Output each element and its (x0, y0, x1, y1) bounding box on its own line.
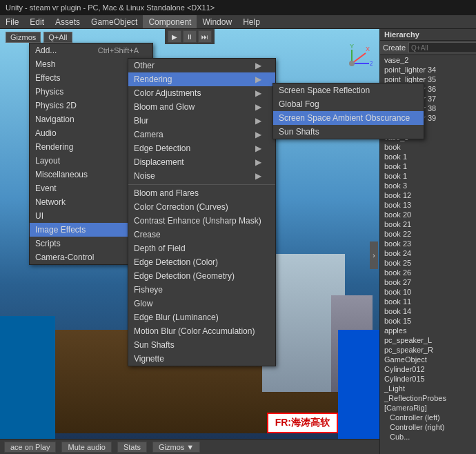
hierarchy-item[interactable]: book 1 (380, 152, 476, 161)
play-controls: ▶ ⏸ ⏭ (165, 29, 215, 44)
component-menu-item[interactable]: Add...Ctrl+Shift+A (30, 43, 152, 57)
hierarchy-header: Hierarchy (380, 29, 476, 41)
hierarchy-item[interactable]: _ReflectionProbes (380, 393, 476, 403)
image-effects-menu-item[interactable]: Other▶ (128, 59, 275, 72)
image-effects-submenu: Other▶Rendering▶Color Adjustments▶Bloom … (128, 58, 276, 366)
svg-text:Y: Y (350, 43, 354, 50)
ace-on-play-btn[interactable]: ace on Play (4, 442, 56, 453)
scene-wall-right (338, 330, 379, 454)
watermark-badge: FR:海涛高软 (267, 413, 338, 433)
image-effects-menu-item[interactable]: Camera▶ (128, 128, 275, 141)
create-button[interactable]: Create (383, 43, 406, 52)
axis-gizmo: X Z Y (331, 43, 373, 84)
hierarchy-item[interactable]: book (380, 142, 476, 152)
image-effects-menu-item[interactable]: Depth of Field (128, 241, 275, 255)
play-button[interactable]: ▶ (168, 30, 181, 43)
image-effects-menu-item[interactable]: Edge Blur (Luminance) (128, 310, 275, 324)
hierarchy-item[interactable]: book 20 (380, 210, 476, 219)
gizmos-bar: Gizmos Q+All (6, 32, 72, 43)
hierarchy-item[interactable]: Controller (left) (380, 413, 476, 422)
stats-btn[interactable]: Stats (117, 442, 147, 453)
filter-button[interactable]: Q+All (43, 32, 72, 43)
hierarchy-item[interactable]: book 3 (380, 181, 476, 190)
image-effects-menu-item[interactable]: Rendering▶ (128, 72, 275, 86)
hierarchy-item[interactable]: apples (380, 326, 476, 335)
image-effects-menu-item[interactable]: Blur▶ (128, 114, 275, 128)
menu-separator (128, 184, 275, 185)
menu-gameobject[interactable]: GameObject (86, 15, 143, 28)
menu-assets[interactable]: Assets (50, 15, 86, 28)
rendering-menu-item[interactable]: Screen Space Reflection (273, 83, 424, 97)
hierarchy-item[interactable]: book 25 (380, 258, 476, 268)
hierarchy-item[interactable]: book 21 (380, 219, 476, 229)
hierarchy-item[interactable]: _Light (380, 384, 476, 393)
svg-text:Z: Z (370, 60, 373, 67)
pause-button[interactable]: ⏸ (183, 30, 197, 43)
image-effects-menu-item[interactable]: Contrast Enhance (Unsharp Mask) (128, 214, 275, 228)
image-effects-menu-item[interactable]: Fisheye (128, 283, 275, 297)
image-effects-menu-item[interactable]: Bloom and Glow▶ (128, 100, 275, 114)
svg-point-6 (349, 61, 355, 66)
hierarchy-item[interactable]: pc_speaker_R (380, 345, 476, 355)
gizmos-dropdown-btn[interactable]: Gizmos ▼ (152, 442, 200, 453)
collapse-panel-button[interactable]: › (370, 241, 378, 269)
image-effects-menu-item[interactable]: Color Adjustments▶ (128, 86, 275, 100)
image-effects-menu-item[interactable]: Noise▶ (128, 169, 275, 183)
gizmos-button[interactable]: Gizmos (6, 32, 41, 43)
image-effects-menu-item[interactable]: Edge Detection (Geometry) (128, 269, 275, 283)
hierarchy-item[interactable]: Cub... (380, 432, 476, 442)
hierarchy-item[interactable]: book 22 (380, 229, 476, 239)
image-effects-menu-item[interactable]: Sun Shafts (128, 338, 275, 352)
hierarchy-item[interactable]: book 27 (380, 277, 476, 287)
image-effects-menu-item[interactable]: Color Correction (Curves) (128, 200, 275, 214)
image-effects-menu-item[interactable]: Crease (128, 228, 275, 241)
hierarchy-item[interactable]: [CameraRig] (380, 403, 476, 413)
image-effects-menu-item[interactable]: Motion Blur (Color Accumulation) (128, 324, 275, 338)
menu-component[interactable]: Component (143, 15, 197, 28)
image-effects-menu-item[interactable]: Vignette (128, 352, 275, 366)
image-effects-menu-item[interactable]: Bloom and Flares (128, 186, 275, 200)
image-effects-menu-item[interactable]: Glow (128, 297, 275, 310)
main-content: ▶ ⏸ ⏭ Gizmos Q+All < Persp X Z Y ace o (0, 29, 476, 454)
hierarchy-item[interactable]: book 23 (380, 239, 476, 248)
hierarchy-item[interactable]: vase_2 (380, 55, 476, 65)
rendering-menu-item[interactable]: Sun Shafts (273, 125, 424, 139)
bottom-bar: ace on Play Mute audio Stats Gizmos ▼ (0, 439, 379, 454)
hierarchy-item[interactable]: Cylinder012 (380, 364, 476, 374)
mute-audio-btn[interactable]: Mute audio (61, 442, 111, 453)
hierarchy-item[interactable]: pc_speaker_L (380, 335, 476, 345)
hierarchy-toolbar: Create (380, 41, 476, 55)
image-effects-menu-item[interactable]: Edge Detection (Color) (128, 255, 275, 269)
hierarchy-item[interactable]: book 15 (380, 316, 476, 326)
hierarchy-item[interactable]: book 10 (380, 287, 476, 297)
rendering-submenu: Screen Space ReflectionGlobal FogScreen … (272, 83, 424, 139)
rendering-menu-item[interactable]: Screen Space Ambient Obscurance (273, 111, 424, 125)
image-effects-menu-item[interactable]: Edge Detection▶ (128, 141, 275, 155)
hierarchy-item[interactable]: book 1 (380, 171, 476, 181)
menu-window[interactable]: Window (197, 15, 237, 28)
hierarchy-item[interactable]: book 24 (380, 248, 476, 258)
hierarchy-item[interactable]: GameObject (380, 355, 476, 364)
hierarchy-item[interactable]: book 1 (380, 161, 476, 171)
rendering-menu-item[interactable]: Global Fog (273, 97, 424, 111)
hierarchy-search[interactable] (408, 42, 476, 53)
menu-file[interactable]: File (0, 15, 24, 28)
hierarchy-item[interactable]: book 12 (380, 190, 476, 200)
menu-help[interactable]: Help (237, 15, 266, 28)
hierarchy-item[interactable]: Cylinder015 (380, 374, 476, 384)
hierarchy-item[interactable]: book 13 (380, 200, 476, 210)
step-button[interactable]: ⏭ (198, 30, 212, 43)
hierarchy-item[interactable]: book 26 (380, 268, 476, 277)
image-effects-menu-item[interactable]: Displacement▶ (128, 155, 275, 169)
menu-edit[interactable]: Edit (24, 15, 50, 28)
hierarchy-item[interactable]: book 14 (380, 306, 476, 316)
hierarchy-item[interactable]: Controller (right) (380, 422, 476, 432)
menu-bar: File Edit Assets GameObject Component Wi… (0, 15, 476, 29)
title-text: Unity - steam vr plugin - PC, Mac & Linu… (6, 3, 215, 12)
svg-text:X: X (366, 46, 370, 52)
title-bar: Unity - steam vr plugin - PC, Mac & Linu… (0, 0, 476, 15)
hierarchy-item[interactable]: point_lighter 34 (380, 65, 476, 75)
hierarchy-item[interactable]: book 11 (380, 297, 476, 306)
scene-wall-left (0, 316, 55, 454)
